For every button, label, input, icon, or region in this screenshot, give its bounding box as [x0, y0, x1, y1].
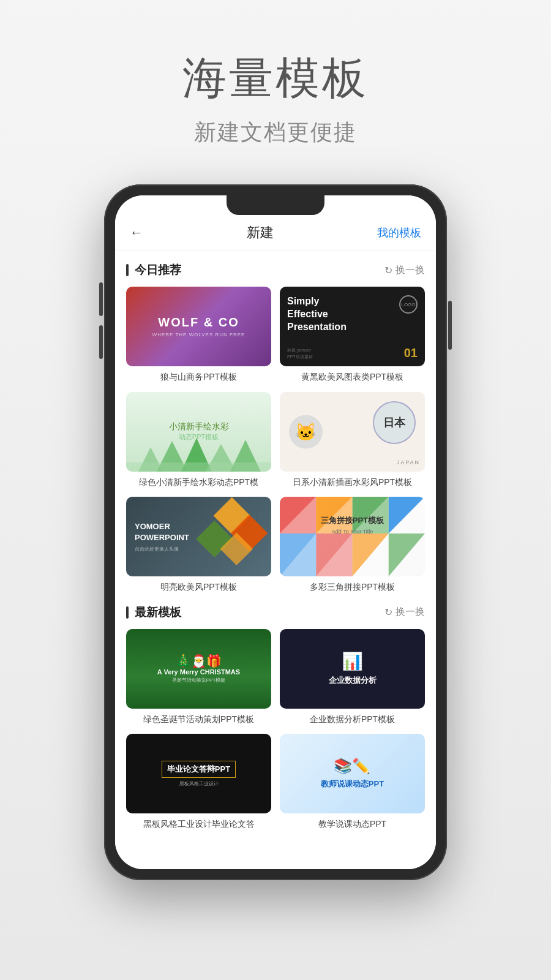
- template-item-yomoer[interactable]: YOMOER POWERPOINT 点击此处更换人头像 明亮欧美风PPT模板: [126, 497, 271, 594]
- template-name-japan: 日系小清新插画水彩风PPT模板: [280, 477, 425, 489]
- today-section-header: 今日推荐 ↻ 换一换: [126, 262, 425, 278]
- japan-label: JAPAN: [397, 459, 420, 466]
- simply-meta2: PPT培训素材: [287, 354, 313, 361]
- japan-circle: 日本: [373, 401, 416, 444]
- template-name-triangle: 多彩三角拼接PPT模板: [280, 581, 425, 594]
- bizdata-icon: 📊: [329, 651, 377, 671]
- japan-cat: 🐱: [289, 415, 323, 448]
- template-thumb-wolf: WOLF & CO WHERE THE WOLVES RUN FREE: [126, 287, 271, 366]
- template-name-yomoer: 明亮欧美风PPT模板: [126, 581, 271, 594]
- nav-title: 新建: [247, 224, 274, 242]
- latest-section-title: 最新模板: [126, 605, 181, 620]
- svg-marker-20: [353, 533, 389, 576]
- today-section-title: 今日推荐: [126, 262, 181, 278]
- template-item-wolf[interactable]: WOLF & CO WHERE THE WOLVES RUN FREE 狼与山商…: [126, 287, 271, 383]
- simply-meta1: 标题 yomoer: [287, 347, 313, 354]
- latest-refresh-button[interactable]: ↻ 换一换: [384, 606, 425, 619]
- template-thumb-bizdata: 📊 企业数据分析: [280, 629, 425, 709]
- bizdata-text: 企业数据分析: [329, 675, 377, 686]
- scroll-content: 今日推荐 ↻ 换一换 WOLF & CO WHERE THE WOLVES RU…: [115, 251, 436, 860]
- phone-shell: ← 新建 我的模板 今日推荐 ↻ 换一换: [104, 184, 447, 880]
- triangle-sub: Add To Your Title: [280, 529, 425, 535]
- volume-up-button: [99, 282, 103, 316]
- simply-meta: 标题 yomoer PPT培训素材: [287, 347, 313, 360]
- template-thumb-yomoer: YOMOER POWERPOINT 点击此处更换人头像: [126, 497, 271, 576]
- template-name-graduation: 黑板风格工业设计毕业论文答: [126, 818, 271, 831]
- triangle-title: 三角拼接PPT模板: [280, 515, 425, 526]
- page-title-sub: 新建文档更便捷: [182, 118, 369, 148]
- simply-text-line3: Presentation: [287, 321, 418, 334]
- latest-refresh-icon: ↻: [384, 606, 392, 618]
- template-item-simply[interactable]: Simply Effective Presentation LOGO 标题 yo…: [280, 287, 425, 383]
- phone-notch: [227, 195, 324, 215]
- yomoer-line2: POWERPOINT: [135, 532, 263, 543]
- template-thumb-christmas: 🎄🎅🎁 A Very Merry CHRISTMAS 圣诞节活动策划PPT模板: [126, 629, 271, 709]
- template-thumb-japan: 🐱 日本 JAPAN: [280, 392, 425, 472]
- svg-marker-21: [389, 533, 425, 576]
- wc-sub: 动态PPT模板: [179, 432, 219, 442]
- template-item-japan[interactable]: 🐱 日本 JAPAN 日系小清新插画水彩风PPT模板: [280, 392, 425, 489]
- page-header: 海量模板 新建文档更便捷: [182, 0, 369, 148]
- template-thumb-teacher: 📚✏️ 教师说课动态PPT: [280, 734, 425, 813]
- template-item-christmas[interactable]: 🎄🎅🎁 A Very Merry CHRISTMAS 圣诞节活动策划PPT模板 …: [126, 629, 271, 726]
- yomoer-sub: 点击此处更换人头像: [135, 546, 263, 552]
- latest-template-grid: 🎄🎅🎁 A Very Merry CHRISTMAS 圣诞节活动策划PPT模板 …: [126, 629, 425, 831]
- template-item-graduation[interactable]: 毕业论文答辩PPT 黑板风格工业设计 黑板风格工业设计毕业论文答: [126, 734, 271, 831]
- today-refresh-button[interactable]: ↻ 换一换: [384, 264, 425, 277]
- back-button[interactable]: ←: [130, 225, 143, 241]
- christmas-decoration: 🎄🎅🎁: [176, 654, 222, 668]
- volume-down-button: [99, 325, 103, 359]
- yomoer-title: YOMOER: [135, 521, 263, 532]
- phone-container: ← 新建 我的模板 今日推荐 ↻ 换一换: [104, 184, 447, 880]
- grad-title: 毕业论文答辩PPT: [162, 761, 236, 778]
- template-item-teacher[interactable]: 📚✏️ 教师说课动态PPT 教学说课动态PPT: [280, 734, 425, 831]
- template-thumb-graduation: 毕业论文答辩PPT 黑板风格工业设计: [126, 734, 271, 813]
- simply-text-line1: Simply: [287, 295, 418, 308]
- xmas-title: A Very Merry CHRISTMAS: [157, 668, 240, 676]
- template-name-watercolor: 绿色小清新手绘水彩动态PPT模: [126, 477, 271, 489]
- wc-title: 小清新手绘水彩: [169, 421, 229, 432]
- page-title-main: 海量模板: [182, 49, 369, 108]
- simply-text-line2: Effective: [287, 308, 418, 321]
- today-action-label: 换一换: [395, 264, 425, 277]
- wolf-sub: WHERE THE WOLVES RUN FREE: [152, 332, 246, 337]
- template-item-watercolor[interactable]: 小清新手绘水彩 动态PPT模板 绿色小清新手绘水彩动态PPT模: [126, 392, 271, 489]
- christmas-content: 🎄🎅🎁 A Very Merry CHRISTMAS 圣诞节活动策划PPT模板: [126, 629, 271, 709]
- template-name-teacher: 教学说课动态PPT: [280, 818, 425, 831]
- app-screen: ← 新建 我的模板 今日推荐 ↻ 换一换: [115, 195, 436, 869]
- template-name-simply: 黄黑欧美风图表类PPT模板: [280, 371, 425, 383]
- template-thumb-triangle: 三角拼接PPT模板 Add To Your Title: [280, 497, 425, 576]
- simply-num: 01: [404, 346, 418, 360]
- template-name-christmas: 绿色圣诞节活动策划PPT模板: [126, 714, 271, 726]
- template-item-bizdata[interactable]: 📊 企业数据分析 企业数据分析PPT模板: [280, 629, 425, 726]
- template-name-bizdata: 企业数据分析PPT模板: [280, 714, 425, 726]
- teacher-text: 教师说课动态PPT: [321, 778, 384, 790]
- scroll-padding: [126, 837, 425, 855]
- nav-bar: ← 新建 我的模板: [115, 217, 436, 251]
- xmas-sub: 圣诞节活动策划PPT模板: [172, 677, 226, 684]
- phone-screen: ← 新建 我的模板 今日推荐 ↻ 换一换: [115, 195, 436, 869]
- japan-text: 日本: [383, 415, 405, 430]
- template-name-wolf: 狼与山商务PPT模板: [126, 371, 271, 383]
- wolf-title: WOLF & CO: [158, 315, 239, 330]
- teacher-content: 📚✏️ 教师说课动态PPT: [321, 758, 384, 790]
- my-templates-button[interactable]: 我的模板: [377, 225, 421, 240]
- simply-bottom: 标题 yomoer PPT培训素材 01: [287, 346, 418, 360]
- today-template-grid: WOLF & CO WHERE THE WOLVES RUN FREE 狼与山商…: [126, 287, 425, 594]
- template-item-triangle[interactable]: 三角拼接PPT模板 Add To Your Title 多彩三角拼接PPT模板: [280, 497, 425, 594]
- bizdata-content: 📊 企业数据分析: [329, 651, 377, 686]
- teacher-icon: 📚✏️: [321, 758, 384, 775]
- latest-action-label: 换一换: [395, 606, 425, 619]
- grad-sub: 黑板风格工业设计: [179, 780, 219, 787]
- simply-logo: LOGO: [399, 295, 418, 314]
- template-thumb-watercolor: 小清新手绘水彩 动态PPT模板: [126, 392, 271, 472]
- latest-section-header: 最新模板 ↻ 换一换: [126, 605, 425, 620]
- svg-rect-5: [126, 462, 271, 472]
- template-thumb-simply: Simply Effective Presentation LOGO 标题 yo…: [280, 287, 425, 366]
- triangle-svg: [280, 497, 425, 576]
- refresh-icon: ↻: [384, 265, 392, 276]
- power-button: [448, 301, 452, 350]
